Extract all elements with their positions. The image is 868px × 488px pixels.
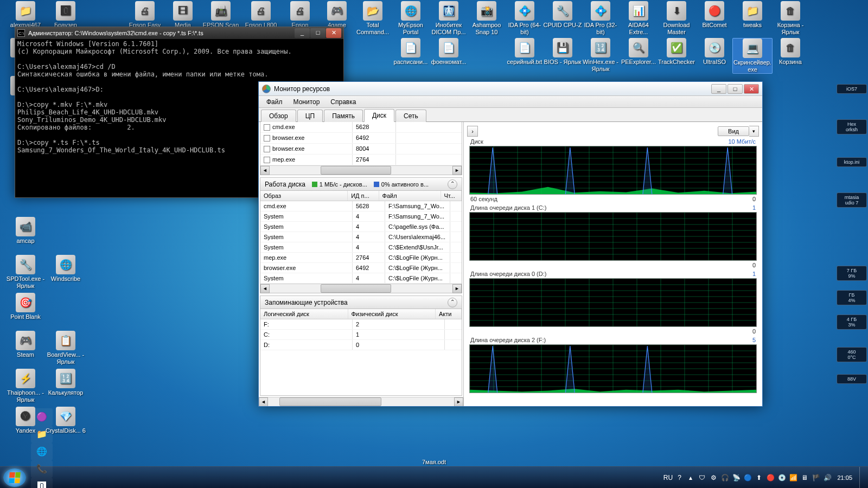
taskbar-item[interactable]: 🟣: [31, 408, 53, 426]
desktop-icon[interactable]: 📂Total Command...: [353, 1, 393, 36]
view-dropdown-icon[interactable]: ▾: [749, 126, 759, 137]
tray-icon[interactable]: 🛡: [697, 473, 707, 483]
tray-icon[interactable]: 🔴: [765, 473, 775, 483]
desktop-icon[interactable]: 🔢Калькулятор: [46, 369, 86, 396]
tab[interactable]: Диск: [364, 109, 394, 122]
column-header[interactable]: Физический диск: [348, 309, 436, 319]
desktop-icon[interactable]: 📁tweaks: [732, 1, 773, 29]
menu-item[interactable]: Файл: [261, 97, 288, 107]
desktop-icon[interactable]: 🔧SPDTool.exe - Ярлык: [5, 255, 46, 290]
desktop-icon[interactable]: 📸Ashampoo Snap 10: [467, 1, 507, 36]
desktop-icon[interactable]: 🖨Epson L800: [241, 1, 281, 29]
desktop-icon[interactable]: 🔴BitComet: [694, 1, 735, 29]
desktop-icon[interactable]: 📄расписани...: [391, 38, 431, 66]
process-row[interactable]: browser.exe8004: [260, 144, 462, 155]
tray-icon[interactable]: ⬆: [754, 473, 764, 483]
resmon-titlebar[interactable]: Монитор ресурсов _ □ ✕: [259, 82, 762, 96]
desktop-icon[interactable]: 📹amcap: [5, 217, 46, 245]
sidebar-gadget[interactable]: ГБ4%: [837, 290, 867, 305]
menu-item[interactable]: Монитор: [288, 97, 326, 107]
desktop-icon[interactable]: 📊AIDA64 Extre...: [618, 1, 659, 36]
desktop-icon[interactable]: 🗑Корзина - Ярлык: [770, 1, 810, 36]
disk-activity-header[interactable]: Работа диска 1 МБ/с - дисков... 0% актив…: [260, 178, 462, 191]
desktop-icon[interactable]: 🎯Point Blank: [5, 293, 46, 320]
desktop-icon[interactable]: 📠EPSON Scan: [201, 1, 241, 29]
tray-lang[interactable]: RU: [663, 473, 673, 483]
column-header[interactable]: Акти: [436, 309, 462, 319]
column-header[interactable]: Чт...: [441, 191, 462, 201]
desktop-icon[interactable]: 💿UltraISO: [694, 38, 735, 66]
taskbar-item[interactable]: 🌐: [31, 443, 53, 460]
desktop-icon[interactable]: 🌐Windscribe: [46, 255, 86, 282]
process-row[interactable]: cmd.exe5628: [260, 122, 462, 133]
disk-activity-table[interactable]: ОбразИД п...ФайлЧт...cmd.exe5628F:\Samsu…: [260, 191, 462, 284]
system-tray[interactable]: RU ? ▴ 🛡 ⚙ 🎧 📡 🔵 ⬆ 🔴 💿 📶 🖥 🏴 🔊 21:05: [663, 467, 865, 489]
process-list[interactable]: cmd.exe5628browser.exe6492browser.exe800…: [260, 122, 462, 165]
tray-icon[interactable]: 🖥: [800, 473, 809, 483]
table-row[interactable]: System4C:\pagefile.sys (Фа...: [260, 222, 462, 232]
tray-icon[interactable]: 📶: [788, 473, 798, 483]
scrollbar[interactable]: ◄►: [260, 165, 462, 175]
taskbar-item[interactable]: 📁: [31, 426, 53, 443]
tab[interactable]: Память: [324, 110, 363, 122]
scrollbar[interactable]: ◄►: [260, 284, 462, 293]
table-row[interactable]: cmd.exe5628F:\Samsung_7_Wo...: [260, 201, 462, 211]
column-header[interactable]: ИД п...: [348, 191, 379, 201]
tray-icon[interactable]: 📡: [731, 473, 741, 483]
desktop-icon[interactable]: 🖨Epson Easy: [125, 1, 165, 29]
desktop-icon[interactable]: 🅾Браузер: [46, 1, 86, 29]
column-header[interactable]: Логический диск: [260, 309, 348, 319]
process-row[interactable]: mep.exe2764: [260, 155, 462, 165]
resource-monitor-window[interactable]: Монитор ресурсов _ □ ✕ ФайлМониторСправк…: [258, 81, 763, 407]
table-row[interactable]: F:2: [260, 319, 462, 330]
table-row[interactable]: System4C:\Users\alexmaj46...: [260, 232, 462, 242]
desktop-icon[interactable]: 💻Скринсейвер.exe: [732, 38, 773, 74]
close-button[interactable]: ✕: [326, 28, 341, 38]
desktop-icon[interactable]: 💠IDA Pro (32-bit): [580, 1, 621, 36]
collapse-icon[interactable]: ⌃: [448, 179, 457, 189]
tray-icon[interactable]: 💿: [777, 473, 787, 483]
maximize-button[interactable]: □: [727, 84, 743, 94]
tray-icon[interactable]: ⚙: [709, 473, 718, 483]
desktop-icon[interactable]: 🖨Epson: [280, 1, 320, 29]
table-row[interactable]: browser.exe6492C:\$LogFile (Журн...: [260, 263, 462, 273]
sidebar-gadget[interactable]: Hexorksh: [837, 119, 867, 134]
table-row[interactable]: System4F:\Samsung_7_Wo...: [260, 211, 462, 222]
desktop-icon[interactable]: 🎮Steam: [5, 331, 46, 358]
process-row[interactable]: browser.exe6492: [260, 133, 462, 144]
tray-flag-icon[interactable]: 🏴: [811, 473, 821, 483]
taskbar-item[interactable]: 🅾: [31, 478, 53, 489]
desktop-icon[interactable]: 📋BoardView... - Ярлык: [46, 331, 86, 365]
minimize-button[interactable]: _: [295, 28, 310, 38]
desktop-icon[interactable]: ⚡Thaiphoon... - Ярлык: [5, 369, 46, 403]
desktop-icon[interactable]: 🔧CPUID CPU-Z: [542, 1, 583, 29]
tray-icon[interactable]: 🔵: [743, 473, 752, 483]
table-row[interactable]: System4C:\$Extend\$UsnJr...: [260, 242, 462, 253]
desktop-icon[interactable]: 💾BIOS - Ярлык: [542, 38, 583, 66]
tab[interactable]: Обзор: [261, 110, 296, 122]
desktop-icon[interactable]: 🔢WinHex.exe - Ярлык: [580, 38, 621, 73]
table-row[interactable]: System4C:\$LogFile (Журн...: [260, 273, 462, 284]
desktop-icon[interactable]: 🌐MyEpson Portal: [391, 1, 431, 36]
maximize-button[interactable]: □: [310, 28, 326, 38]
show-desktop-button[interactable]: [859, 467, 865, 489]
column-header[interactable]: Файл: [379, 191, 441, 201]
view-button[interactable]: Вид: [718, 126, 749, 136]
sidebar-gadget[interactable]: 4 ГБ3%: [837, 314, 867, 330]
start-button[interactable]: [3, 468, 26, 487]
desktop-icon[interactable]: 📁alexmaj467: [5, 1, 46, 29]
desktop-icon[interactable]: 🎞Media: [163, 1, 203, 29]
tray-help-icon[interactable]: ?: [674, 473, 684, 483]
desktop-icon[interactable]: 🩻Инобитек DICOM Пр...: [429, 1, 469, 36]
collapse-icon[interactable]: ⌃: [448, 298, 457, 307]
desktop-icon[interactable]: 🔍PEExplorer...: [618, 38, 659, 66]
table-row[interactable]: C:1: [260, 330, 462, 340]
tray-up-icon[interactable]: ▴: [686, 473, 695, 483]
table-row[interactable]: mep.exe2764C:\$LogFile (Журн...: [260, 253, 462, 263]
cmd-titlebar[interactable]: C:\ Администратор: C:\Windows\system32\c…: [15, 27, 343, 39]
close-button[interactable]: ✕: [744, 84, 759, 94]
desktop-icon[interactable]: 📄серийный.txt: [505, 38, 545, 66]
tray-clock[interactable]: 21:05: [834, 474, 856, 481]
desktop-icon[interactable]: 📄фоенкомат...: [429, 38, 469, 66]
sidebar-gadget[interactable]: mtasiaudio 7: [837, 192, 867, 208]
